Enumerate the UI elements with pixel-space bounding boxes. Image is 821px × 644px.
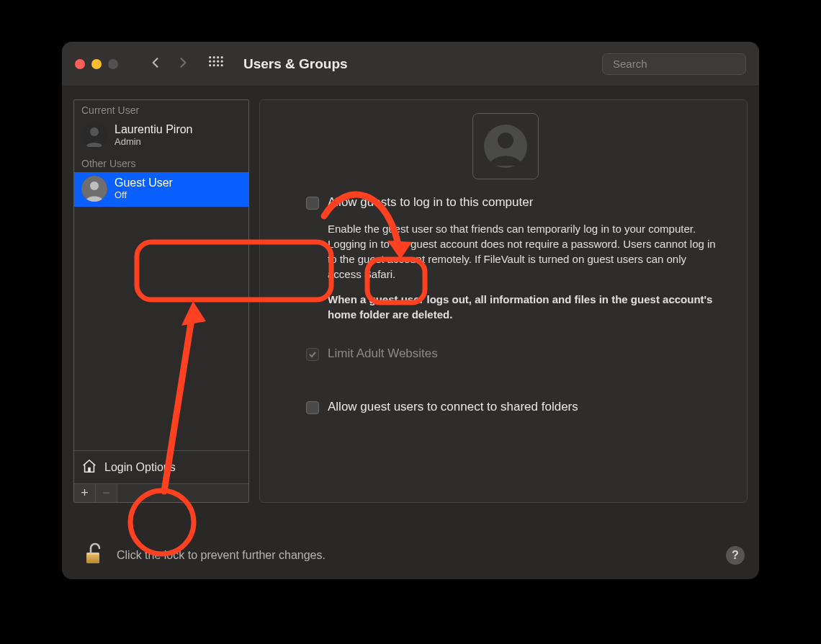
svg-point-6 (217, 60, 219, 62)
svg-point-1 (213, 56, 215, 58)
preferences-window: Users & Groups Current User Laurentiu Pi… (62, 42, 759, 579)
zoom-window-button[interactable] (108, 59, 118, 69)
allow-guests-row: Allow guests to log in to this computer (306, 195, 727, 210)
svg-rect-18 (88, 467, 91, 471)
search-input[interactable] (613, 58, 750, 70)
svg-point-2 (217, 56, 219, 58)
user-status: Off (115, 190, 173, 201)
svg-point-3 (221, 56, 223, 58)
section-other-users: Other Users (74, 153, 248, 172)
avatar (81, 176, 107, 202)
svg-point-0 (209, 56, 211, 58)
svg-point-7 (221, 60, 223, 62)
window-controls (75, 59, 118, 69)
svg-rect-23 (87, 553, 99, 555)
svg-point-15 (90, 128, 99, 136)
lock-text: Click the lock to prevent further change… (117, 549, 326, 562)
add-user-button[interactable]: + (74, 484, 96, 502)
login-options-label: Login Options (104, 461, 176, 474)
lock-row: Click the lock to prevent further change… (82, 542, 745, 569)
unlock-icon (82, 542, 107, 566)
svg-point-11 (221, 64, 223, 66)
user-role: Admin (115, 137, 193, 148)
remove-user-button[interactable]: − (96, 484, 117, 502)
close-window-button[interactable] (75, 59, 85, 69)
allow-shared-checkbox[interactable] (306, 401, 319, 414)
user-avatar-large[interactable] (472, 113, 539, 179)
window-title: Users & Groups (243, 56, 348, 72)
user-name: Laurentiu Piron (115, 123, 193, 136)
svg-point-8 (209, 64, 211, 66)
svg-point-4 (209, 60, 211, 62)
svg-point-10 (217, 64, 219, 66)
minimize-window-button[interactable] (91, 59, 102, 69)
lock-button[interactable] (82, 542, 107, 569)
svg-point-20 (498, 133, 513, 148)
person-icon (480, 121, 531, 171)
allow-guests-label: Allow guests to log in to this computer (328, 195, 533, 210)
limit-adult-checkbox[interactable] (306, 348, 319, 361)
allow-guests-checkbox[interactable] (306, 197, 319, 210)
toolbar: Users & Groups (62, 42, 759, 86)
help-button[interactable]: ? (726, 546, 745, 565)
user-name: Guest User (115, 176, 173, 189)
nav-buttons (148, 55, 190, 73)
limit-adult-row: Limit Adult Websites (306, 346, 727, 361)
back-button[interactable] (148, 55, 163, 73)
allow-shared-row: Allow guest users to connect to shared f… (306, 400, 727, 414)
sidebar-footer: + − (74, 483, 248, 502)
login-options-button[interactable]: Login Options (74, 450, 248, 483)
detail-panel: Allow guests to log in to this computer … (259, 99, 748, 503)
svg-point-5 (213, 60, 215, 62)
user-row-current[interactable]: Laurentiu Piron Admin (74, 119, 248, 153)
limit-adult-label: Limit Adult Websites (328, 346, 438, 361)
home-icon (81, 458, 97, 477)
svg-point-9 (213, 64, 215, 66)
show-all-button[interactable] (207, 55, 223, 73)
section-current-user: Current User (74, 100, 248, 119)
avatar (81, 122, 107, 148)
forward-button[interactable] (176, 55, 190, 73)
search-field[interactable] (602, 53, 746, 75)
allow-shared-label: Allow guest users to connect to shared f… (328, 400, 578, 414)
guest-description: Enable the guest user so that friends ca… (328, 221, 719, 322)
svg-point-17 (90, 182, 99, 190)
user-row-guest[interactable]: Guest User Off (74, 172, 248, 207)
users-sidebar: Current User Laurentiu Piron Admin Other… (73, 99, 249, 503)
